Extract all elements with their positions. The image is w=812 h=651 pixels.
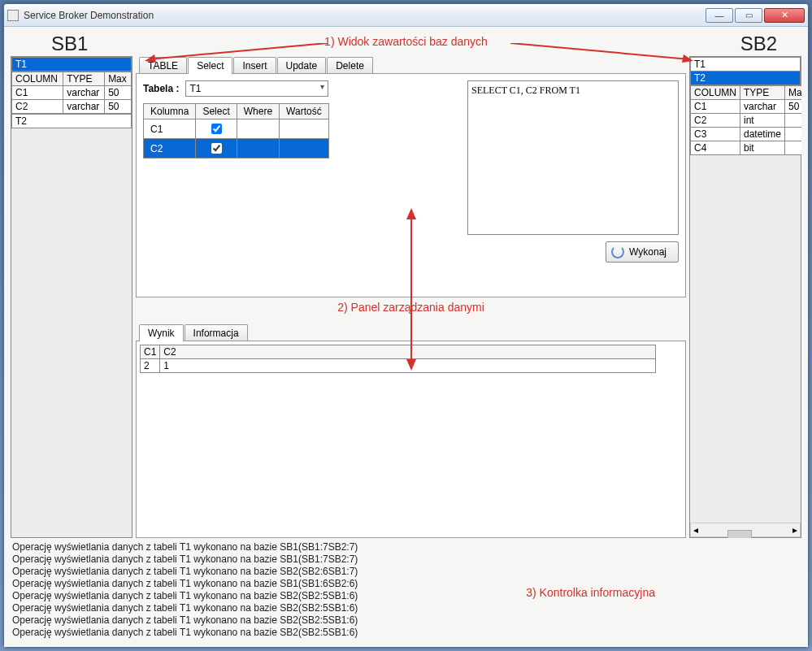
tab-update[interactable]: Update: [277, 57, 327, 73]
sb1-table-item[interactable]: T1: [11, 57, 132, 72]
sb2-col-header-type[interactable]: TYPE: [740, 86, 785, 100]
select-tab-content: Tabela : Kolumna Select Where Wartość: [136, 74, 686, 297]
log-line: Operację wyświetlania danych z tabeli T1…: [12, 578, 800, 590]
close-button[interactable]: ✕: [764, 8, 805, 23]
columns-selection-grid: Kolumna Select Where Wartość C1: [143, 103, 329, 158]
log-line: Operację wyświetlania danych z tabeli T1…: [12, 541, 800, 553]
sb1-col-row: C1 varchar 50: [12, 86, 132, 100]
colsel-header-select[interactable]: Select: [196, 104, 237, 119]
result-col-header[interactable]: C2: [160, 345, 656, 359]
annotation-views: 1) Widok zawartości baz danych: [324, 35, 488, 48]
colsel-row: C1: [144, 119, 329, 139]
sb1-table-list-rest: T2: [11, 114, 132, 128]
sb2-col-row: C3datetime: [691, 128, 802, 141]
log-line: Operację wyświetlania danych z tabeli T1…: [12, 614, 800, 627]
sb2-col-row: C1varchar50: [691, 100, 802, 114]
colsel-select-checkbox[interactable]: [211, 143, 222, 154]
sb1-table-item[interactable]: T2: [11, 114, 132, 128]
sb1-heading: SB1: [51, 33, 88, 55]
tab-table[interactable]: TABLE: [139, 57, 187, 73]
execute-label: Wykonaj: [629, 246, 667, 258]
tabela-combo[interactable]: [185, 80, 328, 97]
result-grid: C1 C2 2 1: [140, 345, 656, 373]
tab-informacja[interactable]: Informacja: [185, 324, 248, 341]
execute-button[interactable]: Wykonaj: [606, 241, 679, 263]
colsel-row: C2: [144, 139, 329, 158]
titlebar[interactable]: Service Broker Demonstration — ▭ ✕: [4, 4, 808, 27]
log-line: Operację wyświetlania danych z tabeli T1…: [12, 566, 800, 578]
tabela-label: Tabela :: [143, 83, 179, 94]
sb2-col-header-column[interactable]: COLUMN: [691, 86, 740, 100]
log-line: Operację wyświetlania danych z tabeli T1…: [12, 602, 800, 614]
log-panel[interactable]: Operację wyświetlania danych z tabeli T1…: [11, 538, 801, 644]
colsel-select-checkbox[interactable]: [211, 124, 222, 134]
sb2-columns-grid: COLUMN TYPE Max C1varchar50 C2int C3date…: [690, 85, 801, 155]
sb2-heading: SB2: [740, 33, 777, 55]
log-line: Operację wyświetlania danych z tabeli T1…: [12, 590, 800, 602]
window-title: Service Broker Demonstration: [24, 10, 706, 21]
tab-delete[interactable]: Delete: [327, 57, 373, 73]
sb2-hscrollbar[interactable]: ◂▸: [690, 523, 801, 537]
colsel-header-where[interactable]: Where: [237, 104, 279, 119]
sb2-col-header-max[interactable]: Max: [785, 86, 801, 100]
sb2-table-item[interactable]: T1: [690, 57, 801, 72]
log-line: Operację wyświetlania danych z tabeli T1…: [12, 627, 800, 639]
sb2-col-row: C4bit: [691, 141, 802, 155]
sb1-table-list: T1: [11, 57, 132, 72]
tab-select[interactable]: Select: [188, 57, 232, 74]
sb1-col-row: C2 varchar 50: [12, 100, 132, 114]
colsel-header-wartosc[interactable]: Wartość: [280, 104, 329, 119]
result-row: 2 1: [141, 359, 656, 373]
maximize-button[interactable]: ▭: [735, 8, 762, 23]
sb2-col-row: C2int: [691, 114, 802, 128]
log-line: Operację wyświetlania danych z tabeli T1…: [12, 553, 800, 566]
app-window: Service Broker Demonstration — ▭ ✕ SB1 1…: [3, 3, 809, 648]
sb1-col-header-column[interactable]: COLUMN: [12, 72, 63, 86]
result-grid-area: C1 C2 2 1: [136, 341, 686, 538]
app-icon: [7, 10, 19, 21]
sb2-table-item[interactable]: T2: [690, 72, 801, 85]
colsel-header-kolumna[interactable]: Kolumna: [144, 104, 196, 119]
minimize-button[interactable]: —: [706, 8, 733, 23]
annotation-panel: 2) Panel zarządzania danymi: [136, 301, 686, 314]
sb1-col-header-type[interactable]: TYPE: [63, 72, 105, 86]
spinner-icon: [611, 245, 624, 258]
result-col-header[interactable]: C1: [141, 345, 160, 359]
tab-wynik[interactable]: Wynik: [139, 324, 184, 341]
sb2-panel: T1 T2 COLUMN TYPE Max C1varchar50 C2int …: [689, 56, 801, 538]
action-tabs: TABLE Select Insert Update Delete: [136, 56, 686, 74]
annotation-log: 3) Kontrolka informacyjna: [526, 587, 655, 599]
sb1-panel: T1 COLUMN TYPE Max C1 varchar 50 C2: [11, 56, 132, 538]
sb1-columns-grid: COLUMN TYPE Max C1 varchar 50 C2 varchar…: [11, 72, 132, 114]
result-tabs: Wynik Informacja: [136, 323, 686, 341]
sb1-col-header-max[interactable]: Max: [105, 72, 132, 86]
tab-insert[interactable]: Insert: [233, 57, 276, 73]
sb2-table-list: T1 T2: [690, 57, 801, 85]
sql-preview[interactable]: SELECT C1, C2 FROM T1: [467, 80, 679, 235]
